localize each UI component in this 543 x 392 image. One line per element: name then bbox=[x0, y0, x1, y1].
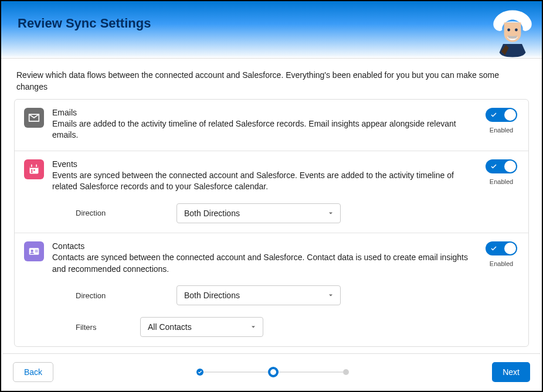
card-events: Events Events are synced between the con… bbox=[15, 151, 528, 233]
svg-rect-11 bbox=[35, 250, 38, 250]
card-contacts: Contacts Contacts are synced between the… bbox=[15, 233, 528, 346]
svg-point-1 bbox=[515, 29, 518, 32]
contacts-toggle[interactable] bbox=[486, 241, 517, 255]
contacts-desc: Contacts are synced between the connecte… bbox=[52, 252, 476, 275]
events-direction-select[interactable]: Both Directions bbox=[177, 203, 341, 223]
svg-rect-3 bbox=[30, 166, 39, 168]
svg-rect-8 bbox=[31, 171, 33, 173]
contacts-filters-select[interactable]: All Contacts bbox=[140, 317, 263, 337]
contacts-title: Contacts bbox=[52, 241, 476, 251]
footer: Back Next bbox=[2, 353, 541, 390]
step-1-done bbox=[196, 369, 203, 376]
emails-desc: Emails are added to the activity timelin… bbox=[52, 118, 476, 141]
chevron-down-icon bbox=[327, 292, 334, 299]
email-icon bbox=[24, 108, 44, 128]
header: Review Sync Settings bbox=[1, 1, 542, 59]
card-emails: Emails Emails are added to the activity … bbox=[15, 100, 528, 151]
step-2-current bbox=[268, 367, 279, 377]
contacts-direction-label: Direction bbox=[76, 291, 123, 300]
settings-cards: Emails Emails are added to the activity … bbox=[14, 99, 529, 347]
svg-point-0 bbox=[507, 29, 510, 32]
svg-rect-12 bbox=[35, 251, 38, 252]
svg-rect-6 bbox=[31, 169, 33, 171]
step-3-future bbox=[343, 369, 349, 375]
events-direction-value: Both Directions bbox=[184, 209, 240, 218]
events-direction-label: Direction bbox=[76, 209, 123, 217]
contacts-direction-value: Both Directions bbox=[184, 291, 240, 300]
contacts-toggle-label: Enabled bbox=[484, 260, 519, 267]
svg-rect-5 bbox=[36, 164, 37, 166]
events-title: Events bbox=[52, 159, 476, 169]
page-title: Review Sync Settings bbox=[18, 16, 525, 31]
svg-rect-7 bbox=[33, 169, 35, 171]
contacts-direction-select[interactable]: Both Directions bbox=[177, 285, 341, 305]
contacts-filters-label: Filters bbox=[76, 323, 105, 332]
events-desc: Events are synced between the connected … bbox=[52, 170, 476, 193]
back-button[interactable]: Back bbox=[13, 362, 53, 382]
step-connector bbox=[279, 371, 343, 373]
svg-rect-4 bbox=[31, 164, 32, 166]
emails-toggle-label: Enabled bbox=[484, 127, 519, 134]
svg-point-10 bbox=[31, 250, 33, 252]
contacts-filters-value: All Contacts bbox=[148, 322, 192, 332]
chevron-down-icon bbox=[327, 210, 334, 217]
calendar-icon bbox=[24, 159, 44, 179]
einstein-mascot-icon bbox=[489, 6, 536, 59]
step-connector bbox=[203, 371, 268, 373]
next-button[interactable]: Next bbox=[492, 362, 530, 382]
events-toggle[interactable] bbox=[486, 159, 517, 173]
progress-stepper bbox=[196, 367, 349, 377]
chevron-down-icon bbox=[250, 323, 257, 330]
events-toggle-label: Enabled bbox=[484, 178, 519, 185]
emails-title: Emails bbox=[52, 108, 476, 117]
contacts-icon bbox=[24, 241, 44, 261]
intro-text: Review which data flows between the conn… bbox=[1, 59, 542, 99]
emails-toggle[interactable] bbox=[486, 108, 517, 122]
